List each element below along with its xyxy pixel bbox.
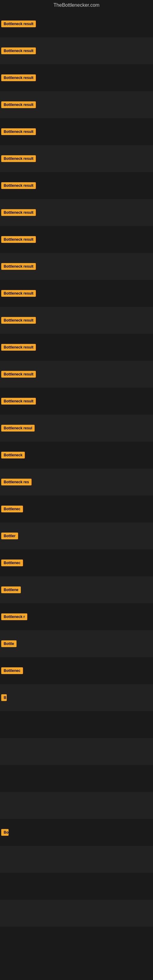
bottleneck-result-badge[interactable]: Bottleneck result: [1, 236, 36, 243]
bottleneck-result-badge[interactable]: Bottleneck result: [1, 263, 36, 270]
list-item: [0, 900, 153, 927]
bottleneck-result-badge[interactable]: Bottlenec: [1, 506, 23, 512]
bottleneck-result-badge[interactable]: Bottleneck: [1, 452, 25, 458]
bottleneck-result-badge[interactable]: Bottleneck result: [1, 209, 36, 216]
bottleneck-result-badge[interactable]: Bottleneck result: [1, 101, 36, 108]
bottleneck-result-badge[interactable]: Bottleneck r: [1, 613, 27, 620]
bottleneck-result-badge[interactable]: Bottlenec: [1, 560, 23, 566]
bottleneck-result-badge[interactable]: Bottleneck result: [1, 398, 36, 404]
bottleneck-result-badge[interactable]: Bottleneck result: [1, 371, 36, 378]
list-item: Bottleneck result: [0, 37, 153, 64]
bottleneck-result-badge[interactable]: Bottlenec: [1, 667, 23, 674]
bottleneck-result-badge[interactable]: Bottleneck res: [1, 479, 32, 485]
list-item: Bottleneck result: [0, 253, 153, 280]
list-item: B: [0, 684, 153, 711]
bottleneck-result-badge[interactable]: Bottleneck result: [1, 48, 36, 54]
site-title: TheBottlenecker.com: [0, 0, 153, 10]
list-item: Bottleneck result: [0, 145, 153, 172]
bottleneck-result-badge[interactable]: Bo: [1, 829, 9, 836]
list-item: [0, 846, 153, 873]
list-item: Bottleneck r: [0, 603, 153, 630]
list-item: Bottleneck result: [0, 118, 153, 145]
list-item: Bottleneck result: [0, 307, 153, 334]
bottleneck-result-badge[interactable]: Bottleneck result: [1, 317, 36, 324]
list-item: [0, 792, 153, 819]
bottleneck-result-badge[interactable]: Bottleneck resul: [1, 425, 35, 431]
list-item: Bottlenec: [0, 495, 153, 522]
list-item: Bottleneck result: [0, 226, 153, 253]
list-item: Bottleneck res: [0, 469, 153, 495]
list-item: Bottleneck result: [0, 64, 153, 91]
list-item: Bottleneck result: [0, 172, 153, 199]
bottleneck-result-badge[interactable]: Bottleneck result: [1, 290, 36, 297]
list-item: Bottleneck result: [0, 361, 153, 388]
list-item: [0, 765, 153, 792]
list-item: Bottleneck result: [0, 199, 153, 226]
bottleneck-result-badge[interactable]: Bottleneck result: [1, 344, 36, 351]
list-item: Bottlenec: [0, 657, 153, 684]
list-item: Bottle: [0, 630, 153, 657]
list-item: Bottleneck result: [0, 280, 153, 307]
list-item: Bottleneck result: [0, 91, 153, 118]
bottleneck-result-badge[interactable]: Bottlene: [1, 587, 21, 593]
list-item: Bottler: [0, 522, 153, 549]
list-item: [0, 711, 153, 738]
list-item: Bottlenec: [0, 549, 153, 576]
list-item: [0, 927, 153, 954]
bottleneck-result-badge[interactable]: Bottleneck result: [1, 128, 36, 135]
list-item: Bottleneck result: [0, 388, 153, 415]
list-item: Bottleneck result: [0, 334, 153, 361]
list-item: Bottleneck: [0, 442, 153, 469]
bottleneck-result-badge[interactable]: Bottler: [1, 533, 18, 539]
bottleneck-result-badge[interactable]: Bottle: [1, 640, 16, 647]
list-item: [0, 738, 153, 765]
list-item: Bottleneck resul: [0, 415, 153, 442]
list-item: Bo: [0, 819, 153, 846]
list-item: Bottleneck result: [0, 10, 153, 37]
bottleneck-result-badge[interactable]: Bottleneck result: [1, 21, 36, 27]
bottleneck-result-badge[interactable]: Bottleneck result: [1, 155, 36, 162]
bottleneck-result-badge[interactable]: Bottleneck result: [1, 182, 36, 189]
list-item: [0, 873, 153, 900]
bottleneck-result-badge[interactable]: B: [1, 694, 7, 701]
list-item: Bottlene: [0, 576, 153, 603]
bottleneck-result-badge[interactable]: Bottleneck result: [1, 75, 36, 81]
